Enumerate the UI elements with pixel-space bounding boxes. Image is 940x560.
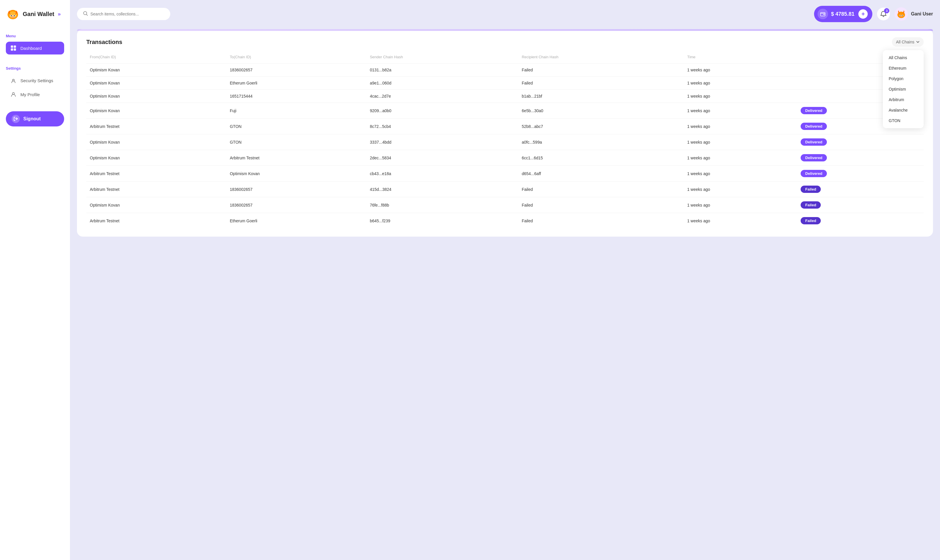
dropdown-item-optimism[interactable]: Optimism	[883, 84, 924, 94]
notification-button[interactable]: 3	[877, 8, 890, 20]
status-badge: Failed	[801, 217, 821, 225]
col-to: To(Chain ID)	[226, 52, 366, 63]
wallet-add-button[interactable]: +	[858, 9, 868, 18]
cell-to: Arbitrum Testnet	[226, 150, 366, 166]
cell-from: Optimism Kovan	[86, 197, 226, 213]
dropdown-item-gton[interactable]: GTON	[883, 115, 924, 126]
status-badge: Delivered	[801, 107, 827, 114]
svg-point-6	[11, 15, 12, 16]
cell-sender-hash: 0131...b82a	[366, 63, 518, 77]
col-sender-hash: Sender Chain Hash	[366, 52, 518, 63]
cell-from: Arbitrum Testnet	[86, 166, 226, 182]
cell-sender-hash: b645...f239	[366, 213, 518, 229]
main-content: $ 4785.81 + 3	[70, 0, 940, 560]
cell-time: 1 weeks ago	[684, 166, 797, 182]
logo-arrows: »	[58, 11, 61, 17]
profile-label: My Profile	[20, 92, 40, 97]
table-header-row: From(Chain ID) To(Chain ID) Sender Chain…	[86, 52, 924, 63]
table-row: Arbitrum Testnet 1836002657 415d...3824 …	[86, 182, 924, 197]
svg-point-28	[901, 16, 902, 17]
table-row: Optimism Kovan 1651715444 4cac...2d7e b1…	[86, 90, 924, 103]
cell-from: Optimism Kovan	[86, 90, 226, 103]
dashboard-icon	[10, 45, 17, 52]
security-label: Security Settings	[20, 78, 53, 83]
cell-sender-hash: 415d...3824	[366, 182, 518, 197]
panel-header: Transactions All Chains All Chains Ether…	[86, 37, 924, 47]
sidebar-item-dashboard[interactable]: Dashboard	[6, 42, 64, 54]
cell-sender-hash: 76fe...f88b	[366, 197, 518, 213]
chain-filter-button[interactable]: All Chains All Chains Ethereum Polygon O…	[892, 37, 924, 47]
cell-recipient-hash: 52b8...abc7	[518, 118, 684, 134]
cell-status: Delivered	[797, 134, 924, 150]
cell-to: 1836002657	[226, 63, 366, 77]
table-row: Optimism Kovan Arbitrum Testnet 2dec...5…	[86, 150, 924, 166]
dropdown-item-ethereum[interactable]: Ethereum	[883, 63, 924, 74]
cell-to: 1836002657	[226, 182, 366, 197]
profile-icon	[10, 91, 17, 98]
wallet-balance: $ 4785.81 +	[814, 6, 872, 22]
menu-section-label: Menu	[6, 34, 64, 38]
cell-status: Delivered	[797, 166, 924, 182]
cell-from: Optimism Kovan	[86, 134, 226, 150]
cell-recipient-hash: Failed	[518, 197, 684, 213]
sidebar-item-security[interactable]: Security Settings	[6, 74, 64, 87]
cell-recipient-hash: Failed	[518, 213, 684, 229]
status-badge: Failed	[801, 186, 821, 193]
header: $ 4785.81 + 3	[77, 6, 933, 22]
table-row: Arbitrum Testnet Etherum Goerli b645...f…	[86, 213, 924, 229]
dropdown-item-arbitrum[interactable]: Arbitrum	[883, 94, 924, 105]
table-row: Optimism Kovan Etherum Goerli a9e1...060…	[86, 77, 924, 90]
cell-recipient-hash: b1ab...21bf	[518, 90, 684, 103]
signout-icon	[12, 115, 20, 123]
settings-section: Settings Security Settings My Profile	[6, 64, 64, 102]
cell-recipient-hash: Failed	[518, 63, 684, 77]
cell-sender-hash: 8c72...5cb4	[366, 118, 518, 134]
cell-from: Arbitrum Testnet	[86, 118, 226, 134]
security-icon	[10, 77, 17, 84]
cell-time: 1 weeks ago	[684, 134, 797, 150]
wallet-icon	[818, 9, 828, 19]
user-area[interactable]: Gani User	[895, 7, 933, 21]
cell-time: 1 weeks ago	[684, 63, 797, 77]
cell-from: Optimism Kovan	[86, 150, 226, 166]
panel-title: Transactions	[86, 39, 122, 45]
svg-rect-19	[823, 14, 824, 15]
search-input[interactable]	[90, 12, 165, 16]
cell-to: 1836002657	[226, 197, 366, 213]
cell-to: Optimism Kovan	[226, 166, 366, 182]
cell-status: Failed	[797, 197, 924, 213]
cell-time: 1 weeks ago	[684, 90, 797, 103]
cell-to: GTON	[226, 134, 366, 150]
cell-status: Delivered	[797, 150, 924, 166]
cell-time: 1 weeks ago	[684, 118, 797, 134]
chain-dropdown: All Chains Ethereum Polygon Optimism Arb…	[883, 50, 924, 128]
signout-button[interactable]: Signout	[6, 111, 64, 126]
transactions-panel: Transactions All Chains All Chains Ether…	[77, 29, 933, 237]
avatar	[895, 7, 908, 21]
table-row: Arbitrum Testnet Optimism Kovan cb43...e…	[86, 166, 924, 182]
dropdown-item-avalanche[interactable]: Avalanche	[883, 105, 924, 115]
status-badge: Delivered	[801, 154, 827, 162]
search-bar[interactable]	[77, 8, 170, 20]
status-badge: Delivered	[801, 170, 827, 177]
dropdown-item-all[interactable]: All Chains	[883, 52, 924, 63]
logo-icon	[6, 7, 20, 21]
table-row: Optimism Kovan 1836002657 0131...b82a Fa…	[86, 63, 924, 77]
svg-rect-12	[14, 48, 16, 51]
decorative-bar	[77, 29, 933, 31]
cell-to: Fuji	[226, 103, 366, 118]
notification-badge: 3	[884, 8, 889, 14]
cell-recipient-hash: Failed	[518, 182, 684, 197]
cell-to: GTON	[226, 118, 366, 134]
cell-to: Etherum Goerli	[226, 213, 366, 229]
status-badge: Delivered	[801, 123, 827, 130]
svg-point-27	[902, 15, 903, 16]
sidebar-item-profile[interactable]: My Profile	[6, 88, 64, 101]
chevron-down-icon	[916, 40, 920, 44]
cell-recipient-hash: d654...6aff	[518, 166, 684, 182]
signout-label: Signout	[23, 116, 41, 122]
col-recipient-hash: Recipient Chain Hash	[518, 52, 684, 63]
svg-rect-11	[11, 48, 13, 51]
svg-line-17	[86, 15, 88, 16]
dropdown-item-polygon[interactable]: Polygon	[883, 74, 924, 84]
